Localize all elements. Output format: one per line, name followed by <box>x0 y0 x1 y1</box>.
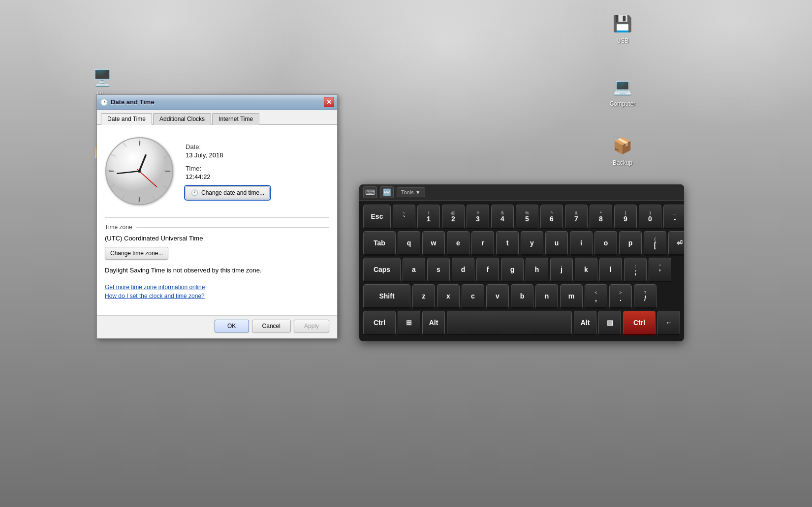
key-e[interactable]: e <box>447 231 469 256</box>
key-d[interactable]: d <box>452 258 474 282</box>
keyboard-widget: ⌨ 🔤 Tools ▼ Esc ~` !1 @2 #3 $4 %5 ^6 &7 … <box>359 184 684 341</box>
keyboard-icon-btn-1[interactable]: ⌨ <box>363 186 377 198</box>
key-o[interactable]: o <box>594 231 617 256</box>
clock-section: Date: 13 July, 2018 Time: 12:44:22 🕐 Cha… <box>105 133 329 209</box>
key-menu[interactable]: ▤ <box>598 311 621 335</box>
clock-help-link[interactable]: How do I set the clock and time zone? <box>105 293 329 299</box>
keyboard-toolbar: ⌨ 🔤 Tools ▼ <box>359 184 684 201</box>
key-l[interactable]: l <box>599 258 622 282</box>
key-i[interactable]: i <box>570 231 593 256</box>
key-x[interactable]: x <box>437 284 460 309</box>
key-u[interactable]: u <box>545 231 568 256</box>
tools-menu-button[interactable]: Tools ▼ <box>397 187 425 197</box>
dialog-content-area: Date: 13 July, 2018 Time: 12:44:22 🕐 Cha… <box>97 125 337 315</box>
key-semicolon[interactable]: :; <box>624 258 647 282</box>
key-slash[interactable]: ?/ <box>634 284 656 309</box>
key-7[interactable]: &7 <box>565 205 588 229</box>
desktop-icon-backup-label: Backup <box>613 159 632 166</box>
desktop-icon-computer-label: Computer <box>610 100 636 107</box>
key-esc[interactable]: Esc <box>363 205 391 229</box>
key-b[interactable]: b <box>511 284 533 309</box>
key-caps[interactable]: Caps <box>363 258 401 282</box>
key-1[interactable]: !1 <box>417 205 440 229</box>
change-timezone-button[interactable]: Change time zone... <box>105 247 168 260</box>
key-q[interactable]: q <box>398 231 420 256</box>
key-a[interactable]: a <box>403 258 425 282</box>
key-m[interactable]: m <box>560 284 583 309</box>
key-row-3: Caps a s d f g h j k l :; "' <box>363 258 680 282</box>
key-9[interactable]: (9 <box>614 205 637 229</box>
timezone-value: (UTC) Coordinated Universal Time <box>105 235 329 242</box>
desktop-icon-usb-label: USB <box>617 37 629 44</box>
key-arrow-left[interactable]: ← <box>657 311 680 335</box>
key-comma[interactable]: <, <box>585 284 607 309</box>
dialog-title-icon: 🕐 <box>100 98 108 106</box>
key-6[interactable]: ^6 <box>540 205 563 229</box>
key-3[interactable]: #3 <box>467 205 489 229</box>
key-row-2: Tab q w e r t y u i o p {[ ⏎ <box>363 231 680 256</box>
computer-icon: 💻 <box>611 75 634 98</box>
key-row-4: Shift z x c v b n m <, >. ?/ <box>363 284 680 309</box>
key-alt-left[interactable]: Alt <box>422 311 445 335</box>
key-ctrl-right[interactable]: Ctrl <box>623 311 656 335</box>
key-2[interactable]: @2 <box>442 205 465 229</box>
tab-additional-clocks[interactable]: Additional Clocks <box>153 113 211 125</box>
ok-button[interactable]: OK <box>215 320 249 332</box>
key-t[interactable]: t <box>496 231 519 256</box>
key-minus[interactable]: _- <box>663 205 684 229</box>
key-row-1: Esc ~` !1 @2 #3 $4 %5 ^6 &7 *8 (9 )0 _- … <box>363 205 680 229</box>
key-g[interactable]: g <box>501 258 524 282</box>
timezone-section: Time zone (UTC) Coordinated Universal Ti… <box>105 217 329 274</box>
key-alt-right[interactable]: Alt <box>574 311 596 335</box>
key-tab[interactable]: Tab <box>363 231 396 256</box>
cancel-button[interactable]: Cancel <box>252 320 291 332</box>
tab-date-time[interactable]: Date and Time <box>101 113 152 125</box>
key-bracket-left[interactable]: {[ <box>644 231 666 256</box>
dialog-close-button[interactable]: ✕ <box>324 97 334 107</box>
change-datetime-button[interactable]: 🕐 Change date and time... <box>186 186 270 199</box>
key-4[interactable]: $4 <box>491 205 514 229</box>
apply-button[interactable]: Apply <box>294 320 329 332</box>
desktop-icon-usb[interactable]: 💾 USB <box>603 10 642 46</box>
key-row-5: Ctrl ⊞ Alt Alt ▤ Ctrl ← <box>363 311 680 335</box>
keyboard-icon-btn-2[interactable]: 🔤 <box>380 186 394 198</box>
date-label: Date: <box>186 143 329 150</box>
key-s[interactable]: s <box>427 258 450 282</box>
tools-label: Tools <box>401 189 414 195</box>
key-5[interactable]: %5 <box>516 205 538 229</box>
key-shift-left[interactable]: Shift <box>363 284 410 309</box>
key-c[interactable]: c <box>462 284 484 309</box>
key-r[interactable]: r <box>471 231 494 256</box>
key-0[interactable]: )0 <box>639 205 661 229</box>
key-enter[interactable]: ⏎ <box>668 231 684 256</box>
key-n[interactable]: n <box>535 284 558 309</box>
timezone-info-link[interactable]: Get more time zone information online <box>105 284 329 291</box>
key-h[interactable]: h <box>526 258 548 282</box>
key-space[interactable] <box>447 311 572 335</box>
desktop-icon-computer[interactable]: 💻 Computer <box>603 73 642 109</box>
date-value: 13 July, 2018 <box>186 151 329 159</box>
key-quote[interactable]: "' <box>649 258 671 282</box>
key-z[interactable]: z <box>412 284 435 309</box>
key-p[interactable]: p <box>619 231 642 256</box>
analog-clock <box>105 137 174 206</box>
tab-internet-time[interactable]: Internet Time <box>212 113 259 125</box>
key-j[interactable]: j <box>550 258 573 282</box>
key-ctrl-left[interactable]: Ctrl <box>363 311 396 335</box>
desktop-icon-backup[interactable]: 📦 Backup <box>603 132 642 168</box>
key-tilde[interactable]: ~` <box>393 205 415 229</box>
usb-icon: 💾 <box>611 12 634 35</box>
key-v[interactable]: v <box>486 284 509 309</box>
key-f[interactable]: f <box>476 258 499 282</box>
dialog-buttons-bar: OK Cancel Apply <box>97 315 337 338</box>
key-period[interactable]: >. <box>609 284 632 309</box>
key-k[interactable]: k <box>575 258 597 282</box>
key-8[interactable]: *8 <box>590 205 612 229</box>
section-divider-line <box>136 227 329 228</box>
timezone-section-label: Time zone <box>105 224 132 231</box>
dialog-titlebar: 🕐 Date and Time ✕ <box>97 95 337 110</box>
key-win[interactable]: ⊞ <box>398 311 420 335</box>
clock-small-icon: 🕐 <box>191 189 198 196</box>
key-y[interactable]: y <box>521 231 543 256</box>
key-w[interactable]: w <box>422 231 445 256</box>
